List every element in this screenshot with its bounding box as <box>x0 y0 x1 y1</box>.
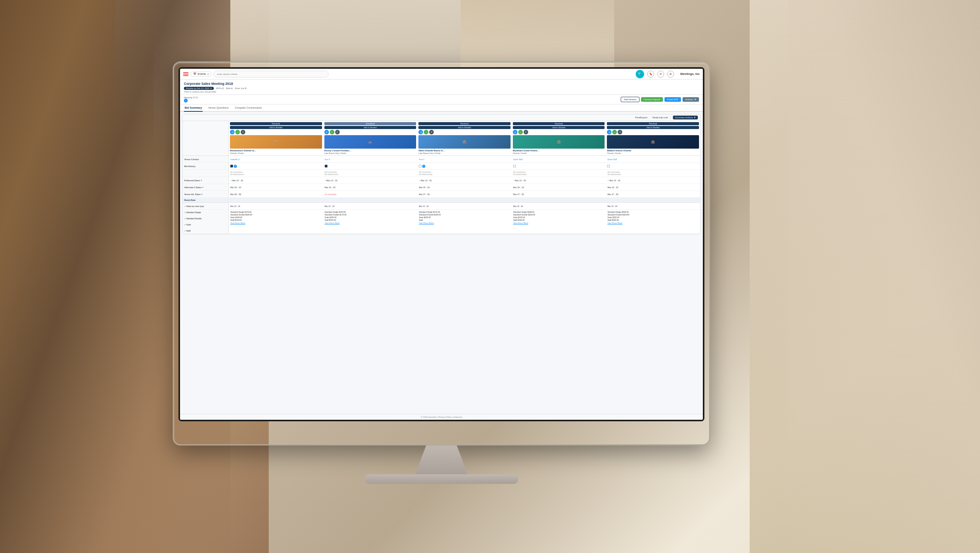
venue4-bid-checkbox[interactable] <box>513 165 516 167</box>
venue4-refresh-icon[interactable]: ↺ <box>513 130 517 134</box>
venue5-bid-history <box>606 163 700 170</box>
venue3-comments: No CommentsNo Attachments <box>417 170 512 177</box>
venue2-preferred-dates: ✓ Mar 13 - 16 <box>323 177 418 184</box>
tab-bid-summary[interactable]: Bid Summary <box>184 104 203 112</box>
venue3-image: 🏨 <box>418 135 511 149</box>
finish-rfp-button[interactable]: Finish RFP <box>664 97 681 102</box>
search-input[interactable] <box>213 71 329 78</box>
app-container: 📅 Events ▼ 🔍 🔖 ⚙ ⊞ Meetings, Inc <box>180 69 703 420</box>
bids-label: Bids 4 <box>226 87 233 89</box>
venue-contact-label: Venue Contact <box>183 156 229 163</box>
print-export-link[interactable]: Print/Export <box>635 116 647 119</box>
venue4-city: Orlando, Florida <box>513 152 605 154</box>
info-bar: Time to review your venue bids! <box>184 91 699 93</box>
venue3-view-room-link[interactable]: View Room Block <box>419 222 434 224</box>
venue2-view-room-link[interactable]: View Room Block <box>325 222 340 224</box>
contract-signed-button[interactable]: Contract Signed <box>641 97 663 102</box>
venue1-add-shortlist[interactable]: Add to Shortlist <box>230 126 322 129</box>
venue5-bid-checkbox[interactable] <box>607 165 610 167</box>
venue2-room-rates: Standard Single $150.00 Standard Double … <box>323 210 418 234</box>
venue4-view-room-link[interactable]: View Room Block <box>513 222 528 224</box>
actions-button[interactable]: Actions ▼ <box>683 97 699 102</box>
info-icon[interactable]: i <box>184 99 188 103</box>
venue3-name: Hilton Orlando Buena Vi... <box>418 149 511 152</box>
dropdown-arrow-icon: ▼ <box>207 73 209 75</box>
venue-comparison-table: Print/Export | Read-only Link | Summary … <box>182 114 701 234</box>
venue1-refresh-icon[interactable]: ↺ <box>230 130 235 134</box>
venue5-refresh-icon[interactable]: ↺ <box>607 130 611 134</box>
venue5-name: Waldorf Astoria Orlando <box>607 149 699 152</box>
monitor-wrapper: 📅 Events ▼ 🔍 🔖 ⚙ ⊞ Meetings, Inc <box>173 61 710 445</box>
venue1-name: Renaissance Orlando at... <box>230 149 322 152</box>
venue5-add-shortlist[interactable]: Add to Shortlist <box>607 126 699 129</box>
hamburger-menu[interactable] <box>183 72 188 76</box>
search-button[interactable]: 🔍 <box>636 70 644 78</box>
preferred-dates-label: Preferred Dates ✓ <box>183 177 229 184</box>
venue1-room-rates: Standard Single $179.00 Standard Double … <box>229 210 323 234</box>
venue-card-4: Received Add to Shortlist ↺ ✓ ≡ <box>512 121 606 156</box>
monitor-bezel: 📅 Events ▼ 🔍 🔖 ⚙ ⊞ Meetings, Inc <box>178 67 704 421</box>
venue5-alt-dates: Mar 27 - 30 <box>606 191 700 198</box>
venue4-add-shortlist[interactable]: Add to Shortlist <box>513 126 605 129</box>
room-rate-section-header: Room Rate <box>183 198 700 203</box>
venue5-image: 🏨 <box>607 135 699 149</box>
venue5-view-room-link[interactable]: View Room Block <box>607 222 622 224</box>
venue-card-5: Received Add to Shortlist ↺ ✓ ≡ <box>606 121 700 156</box>
venue3-add-shortlist[interactable]: Add to Shortlist <box>418 126 511 129</box>
actions-bar: Meeting #773 i Add Venues Contract Signe… <box>180 95 703 104</box>
venue5-room-rates: Standard Single $259.00 Standard Double … <box>606 210 700 234</box>
venue3-room-rates: Standard Single $175.00 Standard Double … <box>417 210 512 234</box>
venue4-menu-icon[interactable]: ≡ <box>524 130 528 134</box>
shortlist-close[interactable]: ✕ <box>210 87 212 89</box>
venue5-check-icon[interactable]: ✓ <box>612 130 617 134</box>
page-title: Corporate Sales Meeting 2018 <box>184 82 699 86</box>
venue4-alternate-dates: Mar 20 - 23 <box>512 184 606 191</box>
top-nav: 📅 Events ▼ 🔍 🔖 ⚙ ⊞ Meetings, Inc <box>180 69 703 79</box>
tab-venue-questions[interactable]: Venue Questions <box>207 104 229 112</box>
venue4-bid-history <box>512 163 606 170</box>
venue-card-3: Received Add to Shortlist ↺ ✓ ≡ <box>417 121 512 156</box>
venue3-status: Received <box>418 122 511 125</box>
tab-compare-concessions[interactable]: Compare Concessions <box>234 104 263 112</box>
venue5-status: Received <box>607 122 699 125</box>
venue3-menu-icon[interactable]: ≡ <box>429 130 434 134</box>
main-content: Print/Export | Read-only Link | Summary … <box>180 112 703 414</box>
venue3-check-icon[interactable]: ✓ <box>424 130 428 134</box>
venue3-refresh-icon[interactable]: ↺ <box>418 130 423 134</box>
venue3-alt-dates: Mar 27 - 30 <box>417 191 512 198</box>
notifications-button[interactable]: ⚙ <box>657 71 664 78</box>
venue1-view-room-link[interactable]: View Room Block <box>230 222 245 224</box>
venue1-check-icon[interactable]: ✓ <box>235 130 240 134</box>
venue5-actions: ↺ ✓ ≡ <box>607 130 699 134</box>
tabs-bar: Bid Summary Venue Questions Compare Conc… <box>180 104 703 112</box>
venue2-contact: Ava V <box>323 156 418 163</box>
venue3-contact: Ava V <box>417 156 512 163</box>
monitor-frame: 📅 Events ▼ 🔍 🔖 ⚙ ⊞ Meetings, Inc <box>173 61 710 445</box>
venue2-room-date: Mar 13 - 16 <box>323 203 418 210</box>
venue2-bid-checkbox[interactable] <box>325 165 327 167</box>
venue4-check-icon[interactable]: ✓ <box>518 130 523 134</box>
venue2-refresh-icon[interactable]: ↺ <box>324 130 329 134</box>
alternate-dates-label: Alternate # Dates ✓ <box>183 184 229 191</box>
venue1-comments: No CommentsNo Attachments <box>229 170 323 177</box>
bookmark-button[interactable]: 🔖 <box>647 71 654 78</box>
venue1-menu-icon[interactable]: ≡ <box>241 130 245 134</box>
add-venues-button[interactable]: Add Venues <box>621 97 639 102</box>
bid-history-label: Bid History <box>183 163 229 170</box>
summary-actions-arrow: ▼ <box>694 116 696 119</box>
content-area: Corporate Sales Meeting 2018 Shortlist b… <box>180 79 703 420</box>
events-dropdown[interactable]: 📅 Events ▼ <box>191 71 211 77</box>
venue2-check-icon[interactable]: ✓ <box>330 130 334 134</box>
venue5-menu-icon[interactable]: ≡ <box>618 130 622 134</box>
grid-button[interactable]: ⊞ <box>667 71 674 78</box>
comments-label <box>183 170 229 177</box>
venue1-actions: ↺ ✓ ≡ <box>230 130 322 134</box>
venue5-contact: Dawn Ball <box>606 156 700 163</box>
readonly-link[interactable]: Read-only Link <box>653 116 668 119</box>
venue3-bid-checkbox[interactable] <box>419 165 421 167</box>
venue4-contact: Dawn Ball <box>512 156 606 163</box>
venue2-add-shortlist[interactable]: Add to Shortlist <box>324 126 416 129</box>
venue2-menu-icon[interactable]: ≡ <box>335 130 340 134</box>
summary-actions-button[interactable]: Summary Actions ▼ <box>673 116 698 119</box>
venue1-bid-checkbox[interactable] <box>230 165 233 167</box>
